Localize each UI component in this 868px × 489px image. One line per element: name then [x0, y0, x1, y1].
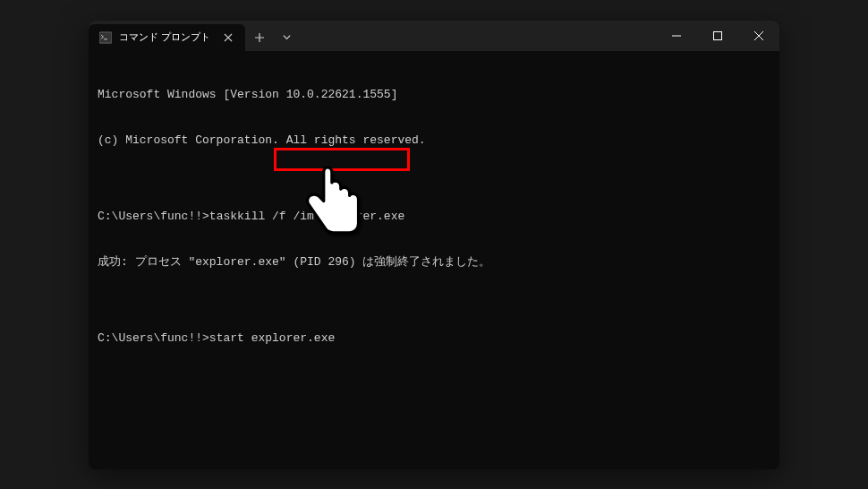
command-text: taskkill /f /im explorer.exe [209, 210, 404, 223]
close-window-button[interactable] [738, 21, 779, 51]
svg-rect-0 [99, 31, 112, 42]
output-line: C:\Users\func!!>start explorer.exe [98, 330, 770, 346]
cmd-icon [99, 31, 112, 44]
output-line: 成功: プロセス "explorer.exe" (PID 296) は強制終了さ… [98, 254, 770, 270]
prompt: C:\Users\func!!> [98, 331, 209, 345]
terminal-output[interactable]: Microsoft Windows [Version 10.0.22621.15… [89, 51, 779, 469]
output-line: (c) Microsoft Corporation. All rights re… [98, 133, 770, 148]
titlebar-drag-region[interactable] [299, 21, 656, 51]
window-controls [656, 21, 779, 51]
svg-rect-7 [714, 31, 722, 39]
output-line: Microsoft Windows [Version 10.0.22621.15… [98, 87, 770, 102]
terminal-window: コマンド プロンプト Microsoft Windows [Version 10… [89, 21, 779, 469]
tab-command-prompt[interactable]: コマンド プロンプト [89, 24, 245, 51]
tab-dropdown-button[interactable] [274, 24, 299, 51]
new-tab-button[interactable] [245, 24, 274, 51]
titlebar: コマンド プロンプト [89, 21, 779, 51]
tab-close-button[interactable] [220, 30, 236, 46]
tab-label: コマンド プロンプト [119, 30, 210, 44]
maximize-button[interactable] [697, 21, 738, 51]
minimize-button[interactable] [656, 21, 697, 51]
output-line: C:\Users\func!!>taskkill /f /im explorer… [98, 209, 770, 224]
prompt: C:\Users\func!!> [98, 210, 209, 223]
command-text: start explorer.exe [209, 331, 335, 345]
